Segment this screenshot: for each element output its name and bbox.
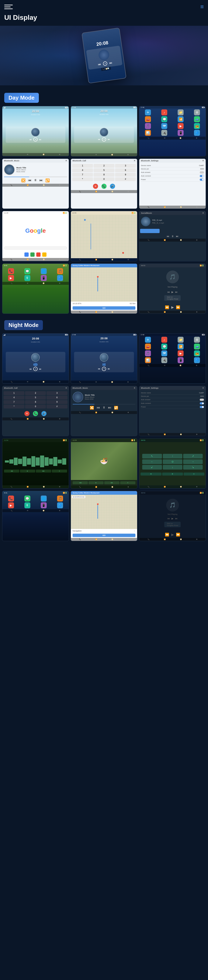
bt-settings-close[interactable]: ✕ [202,160,204,162]
turn-extra-2[interactable]: ⊗ [162,473,183,476]
night-app-10[interactable]: 🗺 [161,350,167,356]
navi-icon-10[interactable]: 🧭 [112,311,113,313]
apts-icon-4[interactable]: ⚙ [59,185,60,186]
dial-1[interactable]: 1 [72,164,93,168]
turn-center[interactable]: ⊙ [163,459,182,464]
night-bt-6[interactable]: 📶 [164,434,166,435]
bt-repeat-icon[interactable]: 🔁 [46,178,50,183]
night-dial-6[interactable]: 6 [46,396,67,399]
night-app-7[interactable]: 📶 [178,344,184,350]
night-np-next[interactable]: ⏭ [175,517,178,520]
apts-icon-8[interactable]: ⚙ [128,259,129,261]
apts-icon-1[interactable]: ⚙ [59,154,60,155]
food-phone[interactable]: 📞 [79,486,81,488]
power-toggle[interactable] [200,178,204,181]
night-app-2[interactable]: ♪ [161,337,167,343]
phone-icon-8[interactable]: 📞 [79,259,81,261]
night-apts-1[interactable]: ⚙ [59,381,60,383]
night-dial-3[interactable]: 3 [46,391,67,395]
dial-5[interactable]: 5 [94,169,114,172]
apts-icon-9[interactable]: ⚙ [196,239,197,241]
night-auto-answer-toggle[interactable] [200,399,204,401]
app-icon-vcar[interactable]: 🚙 [194,116,200,122]
np-prev[interactable]: ⏮ [167,291,170,294]
night-apts-6[interactable]: ⚙ [196,434,197,435]
ios-youtube-icon[interactable]: ▶ [8,275,14,281]
social-next[interactable]: ⏭ [176,235,178,238]
np-play2[interactable]: ▶ [171,305,174,309]
apts-icon-11[interactable]: ⚙ [196,311,197,313]
bt-icon-6[interactable]: 📶 [164,206,166,208]
apts-icon-2[interactable]: ⚙ [128,154,129,156]
food-btn-4[interactable]: ⊗ [120,481,136,484]
ios-messages-icon[interactable]: 💬 [24,268,30,274]
food-btn-2[interactable]: ▶ [88,481,104,484]
app-icon-wechat[interactable]: 💬 [161,116,167,122]
night-play-1[interactable]: ⏸ [33,367,38,371]
night-play-2[interactable]: ⏸ [102,367,106,371]
phone-icon-3[interactable]: 📞 [148,137,150,139]
apts-icon-10[interactable]: ⚙ [128,311,129,313]
night-bt-shuffle[interactable]: 🔀 [90,406,94,410]
np-rew[interactable]: ⏪ [165,305,169,309]
night-ios-extra1[interactable]: 📱 [41,502,47,508]
dial-6[interactable]: 6 [115,169,136,172]
night-ios-music[interactable]: 🎵 [57,496,63,501]
social-play[interactable]: ⏸ [171,235,174,238]
dial-9[interactable]: 9 [115,173,136,177]
bt-music-close[interactable]: ✕ [65,160,67,162]
night-np-rew[interactable]: ⏪ [165,533,169,537]
app-icon-video[interactable]: ▶ [178,123,184,129]
night-np-ff[interactable]: ⏩ [176,533,180,537]
phone-icon-6[interactable]: 📞 [148,206,150,208]
navi-icon-11[interactable]: 🧭 [180,311,182,313]
night-ios-phone[interactable]: 📞 [8,496,14,501]
night-app-14[interactable]: 🔌 [161,357,167,363]
night-app-1[interactable]: ✈ [145,337,151,343]
food-btn-1[interactable]: ◀◀ [72,481,88,484]
night-next-1[interactable]: ⏭ [39,368,41,370]
app-icon-files[interactable]: 📁 [178,110,184,115]
night-rest-navi[interactable]: 🧭 [112,539,113,540]
apts-icon-6[interactable]: ⚙ [196,206,197,208]
maps-icon[interactable] [30,253,35,257]
app-icon-extra1[interactable]: 📱 [178,130,184,136]
phone-icon-10[interactable]: 📞 [79,311,81,313]
wave-btn-1[interactable]: ◀◀ [4,469,19,473]
night-navi-4[interactable]: 🧭 [43,418,45,420]
night-app-8[interactable]: 🚙 [194,344,200,350]
call-answer-btn[interactable]: 📞 [101,184,107,189]
night-navi-2[interactable]: 🧭 [111,381,113,383]
dial-7[interactable]: 7 [72,173,93,177]
prev-icon[interactable]: ⏮ [98,62,101,66]
app-icon-settings[interactable]: ⚙ [194,110,200,115]
phone-icon-1[interactable]: 📞 [11,154,13,155]
navi-icon-7[interactable]: 🧭 [43,259,45,260]
navi-icon-5[interactable]: 🧭 [112,191,113,192]
apts-icon-7[interactable]: ⚙ [59,259,60,260]
night-navi-5[interactable]: 🧭 [112,412,113,414]
navi-icon-1[interactable]: 🧭 [43,154,44,155]
night-dial-0[interactable]: 0 [25,405,46,409]
bt-icon-10[interactable]: 📶 [95,311,97,313]
wave-btn-3[interactable]: ▶▶ [36,469,51,473]
dial-4[interactable]: 4 [72,169,93,172]
bt-icon-11[interactable]: 📶 [164,311,166,313]
turn-down[interactable]: ↓ [163,465,182,469]
app-icon-telegram[interactable]: ✈ [145,110,151,115]
bt-icon-7[interactable]: 📶 [27,259,28,260]
night-app-11[interactable]: ▶ [178,350,184,356]
turn-phone[interactable]: 📞 [148,486,150,488]
apts-icon-3[interactable]: ⚙ [196,137,197,139]
app-icon-dash[interactable]: 📊 [145,130,151,136]
night-np-apts[interactable]: ⚙ [196,539,197,540]
ios-music-icon[interactable]: 🎵 [57,268,63,274]
night-rest-bt[interactable]: 📶 [95,539,97,540]
night-app-12[interactable]: 📻 [194,350,200,356]
turn-ur[interactable]: ↗ [183,454,203,458]
menu-icon[interactable] [4,3,13,11]
night-email-3[interactable]: ✉ [164,364,165,366]
apts-icon-5[interactable]: ⚙ [128,191,129,192]
email-icon-3[interactable]: ✉ [164,137,165,139]
social-close[interactable]: ✕ [202,212,204,214]
